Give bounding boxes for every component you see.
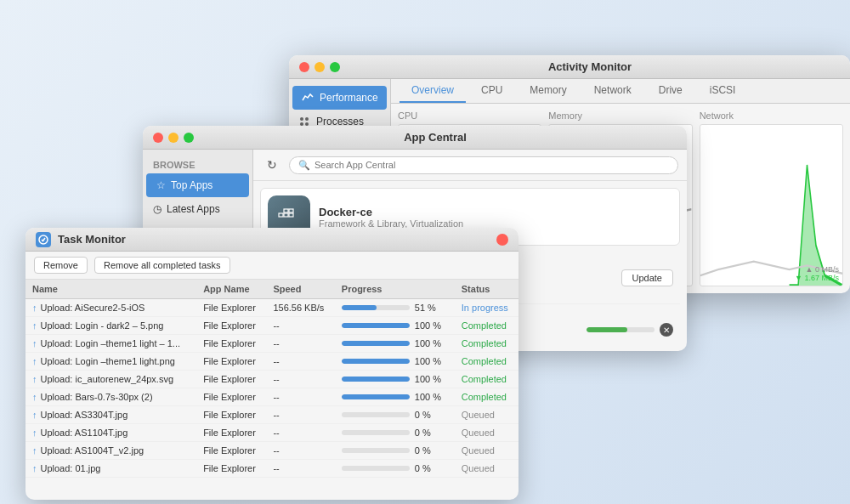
svg-rect-8 [284,209,288,212]
progress-pct: 0 % [415,445,431,456]
am-maximize-btn[interactable] [330,62,340,72]
search-input[interactable] [314,160,669,170]
progress-pct: 51 % [415,303,436,313]
row-app: File Explorer [196,353,266,371]
progress-bar [342,430,410,435]
row-status: Queued [455,460,518,478]
row-progress: 0 % [335,460,455,478]
ac-title: App Central [194,131,677,144]
am-titlebar: Activity Monitor [289,55,850,79]
progress-pct: 0 % [415,410,431,420]
progress-fill [342,341,410,346]
plex-cancel-btn[interactable]: ✕ [660,323,673,337]
svg-rect-5 [279,213,283,217]
am-tab-network[interactable]: Network [582,79,643,103]
row-name: ↑Upload: Login –theme1 light.png [26,353,196,371]
row-status: Completed [455,388,518,406]
am-tab-memory[interactable]: Memory [518,79,578,103]
row-name: ↑Upload: Bars-0.7s-30px (2) [26,388,196,406]
progress-bar [342,359,410,364]
ac-search-box[interactable]: 🔍 [289,156,678,174]
row-name: ↑Upload: Login –theme1 light – 1... [26,335,196,353]
row-speed: -- [266,317,334,335]
row-name: ↑Upload: AS1004T_v2.jpg [26,442,196,460]
svg-rect-6 [284,213,288,217]
upload-icon: ↑ [32,445,37,456]
progress-bar [342,305,410,310]
status-badge: Queued [462,463,495,473]
upload-icon: ↑ [32,338,37,348]
tm-table: Name App Name Speed Progress Status ↑Upl… [26,280,518,478]
row-speed: -- [266,406,334,424]
row-status: Queued [455,442,518,460]
progress-fill [342,394,410,399]
row-name: ↑Upload: 01.jpg [26,460,196,478]
row-name: ↑Upload: ic_autorenew_24px.svg [26,371,196,388]
upload-icon: ↑ [32,374,37,384]
am-cpu-label: CPU [398,110,541,121]
ac-toolbar: ↻ 🔍 [253,150,687,181]
row-status: Completed [455,353,518,371]
row-progress: 0 % [335,442,455,460]
table-row: ↑Upload: AiSecure2-5-iOSFile Explorer156… [26,299,518,317]
am-network-section: Network ▲ 0 MB/s [700,110,843,286]
status-badge: Queued [462,445,495,456]
row-app: File Explorer [196,460,266,478]
progress-fill [342,305,377,310]
ac-maximize-btn[interactable] [184,133,194,143]
row-progress: 100 % [335,371,455,388]
am-close-btn[interactable] [299,62,309,72]
upload-icon: ↑ [32,463,37,473]
tm-close-btn[interactable] [496,234,508,246]
am-download-stat: ▼ 1.67 MB/s [795,274,839,282]
row-status: Queued [455,406,518,424]
tm-remove-btn[interactable]: Remove [34,257,88,274]
row-status: Completed [455,335,518,353]
row-speed: -- [266,353,334,371]
am-tabs: Overview CPU Memory Network Drive iSCSI [391,79,850,104]
tm-table-container[interactable]: Name App Name Speed Progress Status ↑Upl… [26,280,518,494]
ironwolf-update-btn[interactable]: Update [621,269,673,286]
progress-fill [342,359,410,364]
progress-fill [342,323,410,328]
task-monitor-window: Task Monitor Remove Remove all completed… [26,228,518,500]
ac-browse-label: Browse [143,156,252,173]
upload-icon: ↑ [32,410,37,420]
row-app: File Explorer [196,388,266,406]
col-appname: App Name [196,280,266,299]
ac-sidebar-top-apps[interactable]: ☆ Top Apps [146,173,249,197]
row-progress: 100 % [335,353,455,371]
tm-remove-all-btn[interactable]: Remove all completed tasks [94,257,230,274]
performance-icon [301,91,314,105]
row-app: File Explorer [196,424,266,442]
am-tab-drive[interactable]: Drive [647,79,694,103]
row-progress: 100 % [335,335,455,353]
progress-bar [342,394,410,399]
progress-cell: 0 % [342,428,448,438]
ac-sidebar-latest-apps[interactable]: ◷ Latest Apps [143,197,252,221]
ac-refresh-button[interactable]: ↻ [262,155,282,175]
am-tab-overview[interactable]: Overview [400,79,466,103]
ac-close-btn[interactable] [153,133,163,143]
svg-point-0 [300,117,303,121]
plex-progress-bar [586,327,654,332]
ac-minimize-btn[interactable] [168,133,178,143]
am-tab-iscsi[interactable]: iSCSI [698,79,748,103]
col-status: Status [455,280,518,299]
progress-fill [342,377,410,382]
ac-titlebar: App Central [143,126,687,150]
table-row: ↑Upload: AS1004T_v2.jpgFile Explorer-- 0… [26,442,518,460]
ironwolf-action: Update [621,269,673,286]
table-row: ↑Upload: AS1104T.jpgFile Explorer-- 0 % … [26,424,518,442]
svg-point-1 [305,117,309,121]
row-status: Completed [455,317,518,335]
row-speed: -- [266,335,334,353]
status-badge: Completed [462,338,507,348]
svg-rect-9 [289,209,293,212]
table-row: ↑Upload: 01.jpgFile Explorer-- 0 % Queue… [26,460,518,478]
am-minimize-btn[interactable] [314,62,325,72]
am-sidebar-performance[interactable]: Performance [292,86,387,110]
am-network-stats: ▲ 0 MB/s ▼ 1.67 MB/s [795,265,839,282]
am-tab-cpu[interactable]: CPU [469,79,514,103]
progress-cell: 100 % [342,338,448,348]
